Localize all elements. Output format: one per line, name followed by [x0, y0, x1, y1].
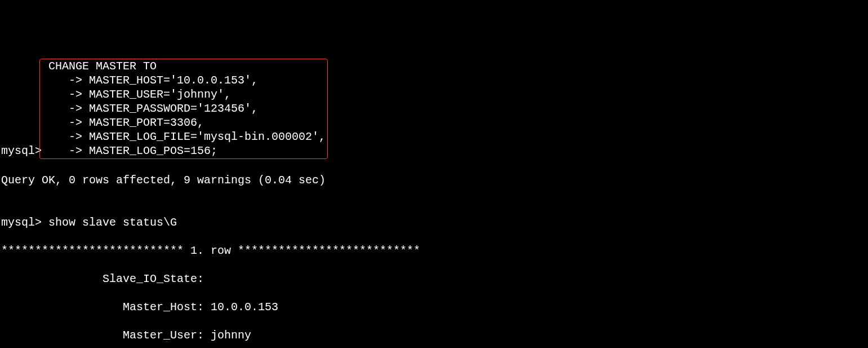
status-row-master-host: Master_Host: 10.0.0.153	[1, 300, 867, 314]
cmd-text: MASTER_LOG_POS=156;	[82, 144, 217, 157]
cont-prompt: ->	[42, 88, 82, 101]
row-separator: *************************** 1. row *****…	[1, 244, 867, 258]
prompt: mysql>	[1, 144, 42, 157]
cmd-text: MASTER_HOST='10.0.0.153',	[82, 74, 258, 87]
cmd-line: mysql> show slave status\G	[1, 215, 867, 230]
status-label: Master_Host:	[1, 300, 204, 314]
terminal-output[interactable]: mysql> CHANGE MASTER TO -> MASTER_HOST='…	[1, 59, 867, 348]
status-value: johnny	[204, 329, 251, 342]
prompt: mysql>	[1, 216, 42, 229]
cmd-text: show slave status\G	[42, 216, 177, 229]
cmd-text: MASTER_PASSWORD='123456',	[82, 102, 258, 115]
query-result: Query OK, 0 rows affected, 9 warnings (0…	[1, 173, 867, 187]
cont-prompt: ->	[42, 102, 82, 115]
cont-prompt: ->	[42, 130, 82, 143]
status-value: 10.0.0.153	[204, 301, 278, 314]
cmd-text: MASTER_PORT=3306,	[82, 116, 204, 129]
cont-prompt: ->	[42, 116, 82, 129]
status-label: Slave_IO_State:	[1, 272, 204, 286]
status-row-master-user: Master_User: johnny	[1, 328, 867, 342]
cmd-line: mysql> CHANGE MASTER TO -> MASTER_HOST='…	[1, 59, 867, 159]
highlight-box-change-master: CHANGE MASTER TO -> MASTER_HOST='10.0.0.…	[39, 59, 328, 159]
cmd-text: CHANGE MASTER TO	[42, 60, 157, 73]
status-label: Master_User:	[1, 328, 204, 342]
cmd-text: MASTER_LOG_FILE='mysql-bin.000002',	[82, 130, 326, 143]
cmd-text: MASTER_USER='johnny',	[82, 88, 231, 101]
cont-prompt: ->	[42, 74, 82, 87]
cont-prompt: ->	[42, 144, 82, 157]
status-row-slave-io-state: Slave_IO_State:	[1, 272, 867, 286]
